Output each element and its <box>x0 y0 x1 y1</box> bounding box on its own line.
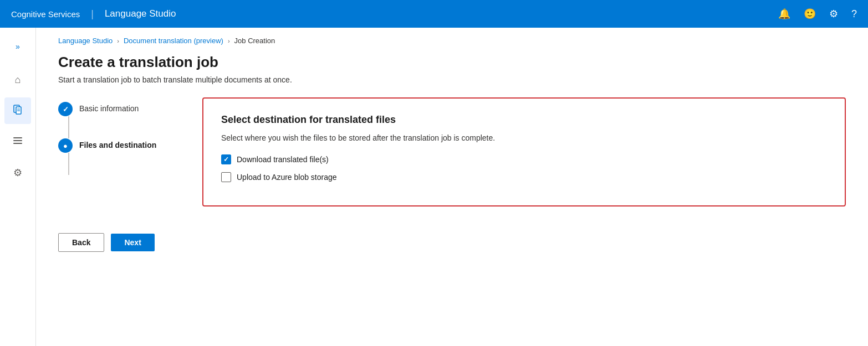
panel-description: Select where you wish the files to be st… <box>221 133 827 142</box>
step-label-2: Files and destination <box>79 138 156 149</box>
sidebar: » ⌂ ⚙ <box>0 28 36 346</box>
breadcrumb-sep-2: › <box>228 38 230 44</box>
steps-panel: ✓ Basic information ● Files and destinat… <box>58 97 180 175</box>
page-subtitle: Start a translation job to batch transla… <box>58 75 846 84</box>
back-button[interactable]: Back <box>58 233 104 252</box>
list-icon <box>12 135 23 149</box>
sidebar-expand[interactable]: » <box>4 33 31 60</box>
sidebar-item-list[interactable] <box>4 128 31 155</box>
step-circle-1: ✓ <box>58 102 73 116</box>
option-download-label: Download translated file(s) <box>237 155 329 164</box>
bell-icon[interactable]: 🔔 <box>778 8 790 20</box>
breadcrumb: Language Studio › Document translation (… <box>58 37 846 45</box>
step-connector-2 <box>68 153 69 175</box>
breadcrumb-job-creation: Job Creation <box>234 37 275 45</box>
step-circle-2: ● <box>58 138 73 153</box>
step-label-1: Basic information <box>79 102 139 113</box>
breadcrumb-sep-1: › <box>117 38 119 44</box>
breadcrumb-document-translation[interactable]: Document translation (preview) <box>124 37 223 45</box>
settings-icon: ⚙ <box>13 167 22 179</box>
option-azure-blob-label: Upload to Azure blob storage <box>237 173 337 182</box>
gear-icon[interactable]: ⚙ <box>829 8 838 20</box>
document-icon <box>12 104 23 118</box>
svg-rect-5 <box>13 140 22 141</box>
panel-title: Select destination for translated files <box>221 114 827 126</box>
step-connector-1 <box>68 116 69 138</box>
checkbox-download[interactable] <box>221 154 231 164</box>
destination-panel: Select destination for translated files … <box>202 97 846 206</box>
checkbox-azure-blob[interactable] <box>221 172 231 182</box>
sidebar-item-settings[interactable]: ⚙ <box>4 159 31 186</box>
topbar-studio: Language Studio <box>105 8 176 19</box>
step-files-destination: ● Files and destination <box>58 138 180 175</box>
option-azure-blob: Upload to Azure blob storage <box>221 172 827 182</box>
topbar: Cognitive Services | Language Studio 🔔 🙂… <box>0 0 868 28</box>
form-layout: ✓ Basic information ● Files and destinat… <box>58 97 846 206</box>
topbar-icons: 🔔 🙂 ⚙ ? <box>778 8 857 20</box>
main-layout: » ⌂ ⚙ <box>0 28 868 346</box>
svg-rect-6 <box>13 143 22 144</box>
home-icon: ⌂ <box>15 74 21 86</box>
smiley-icon[interactable]: 🙂 <box>804 8 816 20</box>
svg-rect-4 <box>13 137 22 138</box>
option-download: Download translated file(s) <box>221 154 827 164</box>
breadcrumb-language-studio[interactable]: Language Studio <box>58 37 113 45</box>
help-icon[interactable]: ? <box>851 8 857 20</box>
page-title: Create a translation job <box>58 54 846 71</box>
button-row: Back Next <box>58 233 846 252</box>
topbar-brand: Cognitive Services <box>11 9 80 19</box>
sidebar-item-document[interactable] <box>4 97 31 124</box>
content-area: Language Studio › Document translation (… <box>36 28 868 346</box>
next-button[interactable]: Next <box>111 234 154 251</box>
step-basic-information: ✓ Basic information <box>58 102 180 138</box>
topbar-divider: | <box>91 8 94 20</box>
sidebar-item-home[interactable]: ⌂ <box>4 66 31 93</box>
